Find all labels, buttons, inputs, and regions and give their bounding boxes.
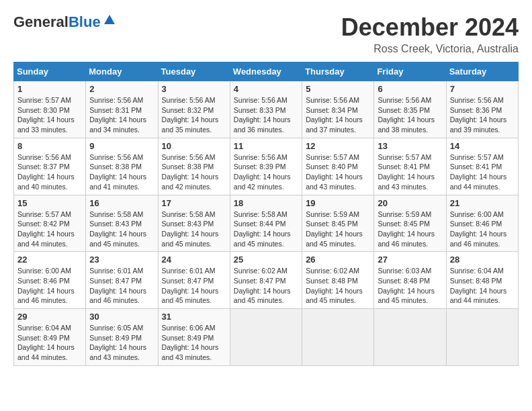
- location: Ross Creek, Victoria, Australia: [341, 43, 519, 55]
- calendar-cell: 5Sunrise: 5:56 AMSunset: 8:34 PMDaylight…: [302, 81, 374, 138]
- day-number: 27: [378, 255, 442, 265]
- calendar-cell: 29Sunrise: 6:04 AMSunset: 8:49 PMDayligh…: [14, 309, 86, 366]
- day-info: Sunrise: 5:56 AMSunset: 8:32 PMDaylight:…: [162, 95, 226, 135]
- day-number: 3: [162, 84, 226, 94]
- month-title: December 2024: [341, 13, 519, 42]
- calendar-cell: 15Sunrise: 5:57 AMSunset: 8:42 PMDayligh…: [14, 195, 86, 252]
- calendar-cell: 13Sunrise: 5:57 AMSunset: 8:41 PMDayligh…: [374, 138, 446, 195]
- calendar-cell: 12Sunrise: 5:57 AMSunset: 8:40 PMDayligh…: [302, 138, 374, 195]
- day-number: 21: [450, 198, 515, 208]
- day-number: 4: [234, 84, 298, 94]
- calendar-cell: 4Sunrise: 5:56 AMSunset: 8:33 PMDaylight…: [230, 81, 302, 138]
- day-number: 26: [306, 255, 370, 265]
- day-info: Sunrise: 6:04 AMSunset: 8:49 PMDaylight:…: [17, 323, 82, 363]
- day-header-thursday: Thursday: [302, 62, 374, 81]
- calendar-cell: 19Sunrise: 5:59 AMSunset: 8:45 PMDayligh…: [302, 195, 374, 252]
- day-info: Sunrise: 6:00 AMSunset: 8:46 PMDaylight:…: [17, 266, 82, 306]
- logo: General Blue: [13, 13, 116, 31]
- day-number: 5: [306, 84, 370, 94]
- calendar-cell: 2Sunrise: 5:56 AMSunset: 8:31 PMDaylight…: [86, 81, 158, 138]
- day-number: 24: [162, 255, 226, 265]
- day-header-sunday: Sunday: [14, 62, 86, 81]
- calendar-cell: 7Sunrise: 5:56 AMSunset: 8:36 PMDaylight…: [446, 81, 518, 138]
- calendar-cell: 28Sunrise: 6:04 AMSunset: 8:48 PMDayligh…: [446, 252, 518, 309]
- day-number: 29: [17, 312, 82, 322]
- day-info: Sunrise: 5:56 AMSunset: 8:33 PMDaylight:…: [234, 95, 298, 135]
- calendar-cell: 1Sunrise: 5:57 AMSunset: 8:30 PMDaylight…: [14, 81, 86, 138]
- day-header-wednesday: Wednesday: [230, 62, 302, 81]
- day-info: Sunrise: 5:59 AMSunset: 8:45 PMDaylight:…: [306, 210, 370, 249]
- day-number: 16: [89, 198, 154, 208]
- day-header-friday: Friday: [374, 62, 446, 81]
- day-info: Sunrise: 5:56 AMSunset: 8:31 PMDaylight:…: [89, 95, 154, 135]
- calendar-cell: 8Sunrise: 5:56 AMSunset: 8:37 PMDaylight…: [14, 138, 86, 195]
- day-info: Sunrise: 6:00 AMSunset: 8:46 PMDaylight:…: [450, 210, 515, 249]
- calendar-cell: 10Sunrise: 5:56 AMSunset: 8:38 PMDayligh…: [158, 138, 230, 195]
- day-number: 15: [17, 198, 82, 208]
- day-number: 22: [17, 255, 82, 265]
- day-info: Sunrise: 5:59 AMSunset: 8:45 PMDaylight:…: [378, 210, 442, 249]
- calendar-cell: [230, 309, 302, 366]
- day-header-saturday: Saturday: [446, 62, 518, 81]
- day-info: Sunrise: 5:56 AMSunset: 8:38 PMDaylight:…: [89, 152, 154, 192]
- day-info: Sunrise: 6:02 AMSunset: 8:48 PMDaylight:…: [306, 266, 370, 306]
- day-info: Sunrise: 6:05 AMSunset: 8:49 PMDaylight:…: [89, 323, 154, 363]
- calendar-cell: 16Sunrise: 5:58 AMSunset: 8:43 PMDayligh…: [86, 195, 158, 252]
- day-number: 11: [234, 141, 298, 151]
- calendar-cell: 17Sunrise: 5:58 AMSunset: 8:43 PMDayligh…: [158, 195, 230, 252]
- day-info: Sunrise: 5:56 AMSunset: 8:35 PMDaylight:…: [378, 95, 442, 135]
- day-info: Sunrise: 5:56 AMSunset: 8:37 PMDaylight:…: [17, 152, 82, 192]
- day-info: Sunrise: 6:01 AMSunset: 8:47 PMDaylight:…: [89, 266, 154, 306]
- calendar-cell: 20Sunrise: 5:59 AMSunset: 8:45 PMDayligh…: [374, 195, 446, 252]
- svg-marker-0: [104, 15, 115, 24]
- calendar-cell: 26Sunrise: 6:02 AMSunset: 8:48 PMDayligh…: [302, 252, 374, 309]
- calendar-cell: 25Sunrise: 6:02 AMSunset: 8:47 PMDayligh…: [230, 252, 302, 309]
- day-info: Sunrise: 5:56 AMSunset: 8:39 PMDaylight:…: [234, 152, 298, 192]
- day-info: Sunrise: 6:02 AMSunset: 8:47 PMDaylight:…: [234, 266, 298, 306]
- day-number: 18: [234, 198, 298, 208]
- calendar-cell: [302, 309, 374, 366]
- day-info: Sunrise: 6:06 AMSunset: 8:49 PMDaylight:…: [162, 323, 226, 363]
- logo-general: General: [13, 13, 69, 31]
- day-info: Sunrise: 6:04 AMSunset: 8:48 PMDaylight:…: [450, 266, 515, 306]
- day-header-monday: Monday: [86, 62, 158, 81]
- day-info: Sunrise: 5:57 AMSunset: 8:41 PMDaylight:…: [450, 152, 515, 192]
- calendar-cell: 18Sunrise: 5:58 AMSunset: 8:44 PMDayligh…: [230, 195, 302, 252]
- calendar-cell: 31Sunrise: 6:06 AMSunset: 8:49 PMDayligh…: [158, 309, 230, 366]
- calendar-cell: 23Sunrise: 6:01 AMSunset: 8:47 PMDayligh…: [86, 252, 158, 309]
- day-number: 2: [89, 84, 154, 94]
- day-info: Sunrise: 5:57 AMSunset: 8:30 PMDaylight:…: [17, 95, 82, 135]
- day-info: Sunrise: 5:57 AMSunset: 8:42 PMDaylight:…: [17, 210, 82, 249]
- calendar-cell: [446, 309, 518, 366]
- day-header-tuesday: Tuesday: [158, 62, 230, 81]
- day-number: 20: [378, 198, 442, 208]
- day-info: Sunrise: 6:01 AMSunset: 8:47 PMDaylight:…: [162, 266, 226, 306]
- day-number: 1: [17, 84, 82, 94]
- calendar-cell: 14Sunrise: 5:57 AMSunset: 8:41 PMDayligh…: [446, 138, 518, 195]
- header: General Blue December 2024 Ross Creek, V…: [13, 13, 519, 55]
- calendar-cell: 22Sunrise: 6:00 AMSunset: 8:46 PMDayligh…: [14, 252, 86, 309]
- day-info: Sunrise: 5:58 AMSunset: 8:43 PMDaylight:…: [162, 210, 226, 249]
- calendar-cell: 6Sunrise: 5:56 AMSunset: 8:35 PMDaylight…: [374, 81, 446, 138]
- calendar-cell: 11Sunrise: 5:56 AMSunset: 8:39 PMDayligh…: [230, 138, 302, 195]
- calendar-cell: [374, 309, 446, 366]
- day-number: 6: [378, 84, 442, 94]
- day-number: 28: [450, 255, 515, 265]
- day-number: 14: [450, 141, 515, 151]
- day-info: Sunrise: 5:56 AMSunset: 8:36 PMDaylight:…: [450, 95, 515, 135]
- logo-icon: [103, 13, 116, 27]
- day-info: Sunrise: 5:58 AMSunset: 8:44 PMDaylight:…: [234, 210, 298, 249]
- day-number: 17: [162, 198, 226, 208]
- day-number: 30: [89, 312, 154, 322]
- calendar-cell: 24Sunrise: 6:01 AMSunset: 8:47 PMDayligh…: [158, 252, 230, 309]
- day-number: 10: [162, 141, 226, 151]
- day-number: 12: [306, 141, 370, 151]
- day-number: 23: [89, 255, 154, 265]
- day-info: Sunrise: 5:58 AMSunset: 8:43 PMDaylight:…: [89, 210, 154, 249]
- day-number: 9: [89, 141, 154, 151]
- day-number: 25: [234, 255, 298, 265]
- day-number: 31: [162, 312, 226, 322]
- day-info: Sunrise: 5:57 AMSunset: 8:41 PMDaylight:…: [378, 152, 442, 192]
- calendar-cell: 27Sunrise: 6:03 AMSunset: 8:48 PMDayligh…: [374, 252, 446, 309]
- calendar-cell: 9Sunrise: 5:56 AMSunset: 8:38 PMDaylight…: [86, 138, 158, 195]
